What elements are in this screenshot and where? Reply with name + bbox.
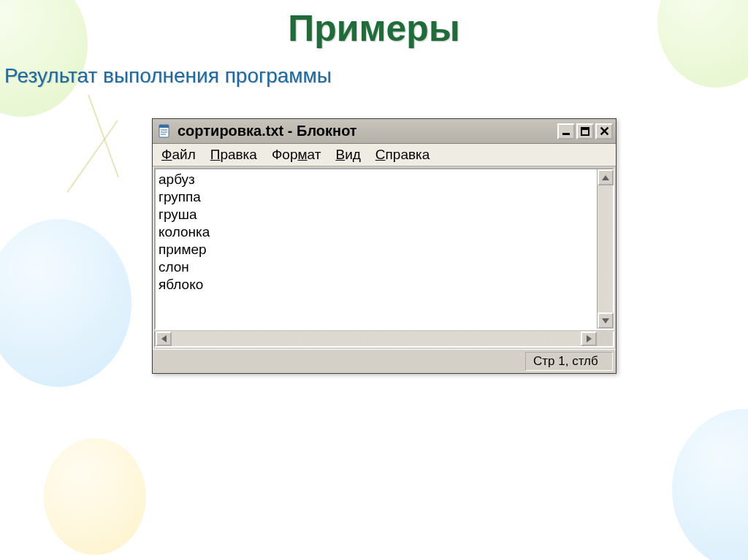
- slide-title: Примеры: [0, 0, 748, 50]
- menu-bar: Файл Правка Формат Вид Справка: [153, 144, 616, 166]
- menu-file[interactable]: Файл: [161, 147, 196, 163]
- status-bar: Стр 1, стлб: [153, 349, 616, 373]
- minimize-button[interactable]: [557, 123, 575, 139]
- scroll-down-button[interactable]: [598, 312, 614, 329]
- notepad-window: сортировка.txt - Блокнот ✕ Файл Правка Ф…: [152, 118, 617, 374]
- menu-edit[interactable]: Правка: [210, 147, 257, 163]
- horizontal-scrollbar[interactable]: [154, 331, 614, 348]
- scroll-right-button[interactable]: [581, 331, 597, 346]
- titlebar[interactable]: сортировка.txt - Блокнот ✕: [153, 119, 616, 144]
- scroll-track-horizontal[interactable]: [172, 331, 581, 346]
- text-area[interactable]: арбуз группа груша колонка пример слон я…: [156, 169, 597, 329]
- slide-subtitle: Результат выполнения программы: [0, 50, 748, 88]
- svg-rect-1: [159, 125, 169, 128]
- menu-view[interactable]: Вид: [335, 147, 360, 163]
- vertical-scrollbar[interactable]: [597, 169, 613, 329]
- window-title: сортировка.txt - Блокнот: [178, 123, 557, 139]
- scroll-track[interactable]: [598, 185, 613, 312]
- notepad-icon: [157, 123, 172, 139]
- close-button[interactable]: ✕: [595, 123, 613, 139]
- scroll-corner: [597, 331, 613, 346]
- scroll-left-button[interactable]: [156, 331, 172, 346]
- maximize-button[interactable]: [576, 123, 594, 139]
- scroll-up-button[interactable]: [598, 169, 614, 185]
- status-position: Стр 1, стлб: [525, 352, 613, 371]
- menu-help[interactable]: Справка: [375, 147, 430, 163]
- menu-format[interactable]: Формат: [272, 147, 321, 163]
